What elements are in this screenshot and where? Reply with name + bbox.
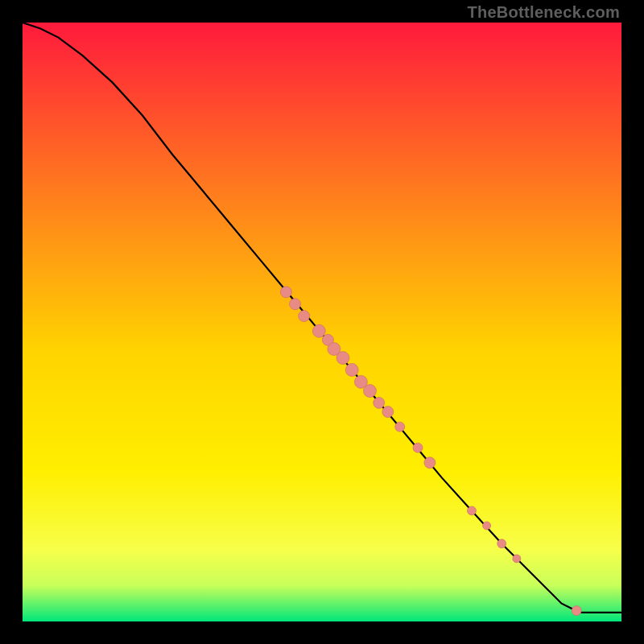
data-marker <box>395 422 405 431</box>
data-marker <box>483 522 491 530</box>
data-marker <box>572 606 581 616</box>
watermark-label: TheBottleneck.com <box>467 3 620 22</box>
data-marker <box>336 352 349 365</box>
data-marker <box>345 364 358 377</box>
data-marker <box>497 539 506 548</box>
data-marker <box>374 397 385 408</box>
data-marker <box>413 443 423 452</box>
chart-frame: TheBottleneck.com <box>0 0 644 644</box>
data-marker <box>424 457 436 469</box>
data-marker <box>280 287 291 298</box>
data-marker <box>299 311 310 322</box>
data-marker <box>364 385 377 398</box>
gradient-background <box>23 23 621 621</box>
plot-area <box>23 23 621 621</box>
data-marker <box>468 506 477 515</box>
data-marker <box>382 407 394 418</box>
data-marker <box>312 324 325 337</box>
chart-svg <box>23 23 621 621</box>
data-marker <box>290 299 301 310</box>
data-marker <box>513 555 521 563</box>
